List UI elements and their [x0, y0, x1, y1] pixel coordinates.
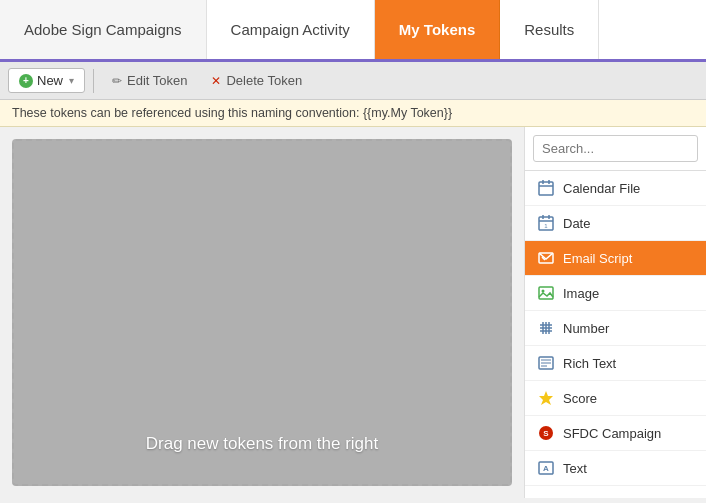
search-input[interactable]	[533, 135, 698, 162]
tab-campaign-activity[interactable]: Campaign Activity	[207, 0, 375, 59]
drop-zone-prompt: Drag new tokens from the right	[146, 434, 378, 454]
email-script-icon	[537, 249, 555, 267]
delete-token-button[interactable]: ✕ Delete Token	[201, 69, 312, 92]
score-label: Score	[563, 391, 597, 406]
tab-adobe-sign-label: Adobe Sign Campaigns	[24, 21, 182, 38]
right-panel: Calendar File1DateEmail ScriptImageNumbe…	[524, 127, 706, 498]
new-icon: +	[19, 74, 33, 88]
svg-text:A: A	[543, 464, 549, 473]
token-item-number[interactable]: Number	[525, 311, 706, 346]
info-bar: These tokens can be referenced using thi…	[0, 100, 706, 127]
new-button-label: New	[37, 73, 63, 88]
rich-text-label: Rich Text	[563, 356, 616, 371]
rich-text-icon	[537, 354, 555, 372]
image-label: Image	[563, 286, 599, 301]
tab-my-tokens-label: My Tokens	[399, 21, 475, 38]
svg-text:S: S	[543, 429, 549, 438]
token-item-text[interactable]: AText	[525, 451, 706, 486]
delete-token-label: Delete Token	[226, 73, 302, 88]
tab-campaign-activity-label: Campaign Activity	[231, 21, 350, 38]
token-item-rich-text[interactable]: Rich Text	[525, 346, 706, 381]
svg-point-12	[542, 290, 545, 293]
sfdc-campaign-icon: S	[537, 424, 555, 442]
date-icon: 1	[537, 214, 555, 232]
main-area: Drag new tokens from the right Calendar …	[0, 127, 706, 498]
info-message: These tokens can be referenced using thi…	[12, 106, 452, 120]
edit-token-label: Edit Token	[127, 73, 187, 88]
search-box	[525, 127, 706, 171]
new-chevron: ▾	[69, 75, 74, 86]
drop-zone: Drag new tokens from the right	[12, 139, 512, 486]
delete-icon: ✕	[211, 74, 221, 88]
token-item-sfdc-campaign[interactable]: SSFDC Campaign	[525, 416, 706, 451]
tab-results-label: Results	[524, 21, 574, 38]
token-item-calendar-file[interactable]: Calendar File	[525, 171, 706, 206]
text-label: Text	[563, 461, 587, 476]
edit-icon: ✏	[112, 74, 122, 88]
token-item-image[interactable]: Image	[525, 276, 706, 311]
token-list: Calendar File1DateEmail ScriptImageNumbe…	[525, 171, 706, 498]
edit-token-button[interactable]: ✏ Edit Token	[102, 69, 197, 92]
toolbar: + New ▾ ✏ Edit Token ✕ Delete Token	[0, 62, 706, 100]
svg-text:1: 1	[544, 223, 548, 229]
sfdc-campaign-label: SFDC Campaign	[563, 426, 661, 441]
number-icon	[537, 319, 555, 337]
email-script-label: Email Script	[563, 251, 632, 266]
top-nav: Adobe Sign Campaigns Campaign Activity M…	[0, 0, 706, 62]
score-icon	[537, 389, 555, 407]
token-item-email-script[interactable]: Email Script	[525, 241, 706, 276]
svg-marker-23	[539, 391, 553, 405]
tab-results[interactable]: Results	[500, 0, 599, 59]
svg-rect-0	[539, 182, 553, 195]
new-button[interactable]: + New ▾	[8, 68, 85, 93]
number-label: Number	[563, 321, 609, 336]
text-icon: A	[537, 459, 555, 477]
token-item-date[interactable]: 1Date	[525, 206, 706, 241]
calendar-file-icon	[537, 179, 555, 197]
token-item-score[interactable]: Score	[525, 381, 706, 416]
tab-my-tokens[interactable]: My Tokens	[375, 0, 500, 59]
image-icon	[537, 284, 555, 302]
toolbar-separator	[93, 69, 94, 93]
calendar-file-label: Calendar File	[563, 181, 640, 196]
tab-adobe-sign[interactable]: Adobe Sign Campaigns	[0, 0, 207, 59]
date-label: Date	[563, 216, 590, 231]
